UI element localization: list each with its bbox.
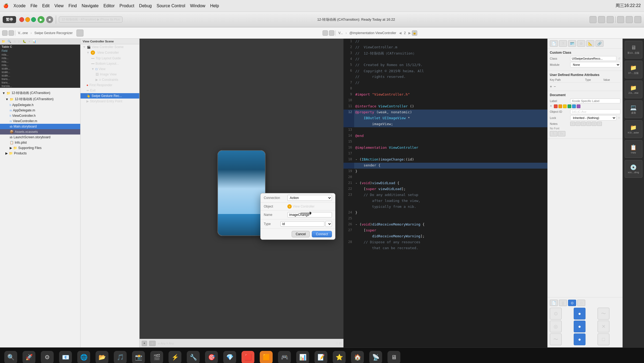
dock-xcode[interactable]: ⚡: [169, 351, 181, 363]
nav-icon-report[interactable]: 📊: [32, 40, 36, 43]
font-size-up[interactable]: T+: [558, 131, 565, 136]
nav-icon-break[interactable]: ●: [28, 40, 30, 43]
align-right-icon[interactable]: ≡: [581, 122, 586, 126]
dock-finder[interactable]: 🔍: [4, 351, 17, 363]
finder-item-4[interactable]: 💻 桌面: [625, 100, 642, 118]
add-object-btn[interactable]: +: [142, 341, 147, 346]
nav-fwd-btn[interactable]: ▶: [9, 30, 14, 36]
connection-dialog[interactable]: Connection Action Outlet Outlet Collecti…: [260, 193, 335, 240]
dock-gem[interactable]: 💎: [223, 351, 236, 363]
nav-icon-warn[interactable]: ⚠: [13, 40, 16, 43]
dock-instruments[interactable]: 🔧: [187, 351, 200, 363]
type-input[interactable]: [280, 221, 324, 227]
nav-viewcontroller-h[interactable]: h ViewController.h: [0, 113, 80, 118]
inspector-tab-quick[interactable]: ?: [559, 40, 567, 47]
color-green[interactable]: [568, 104, 571, 108]
inspector-tab-size[interactable]: 📐: [586, 40, 594, 47]
nav-project-root[interactable]: ▼ 📁 12-转场动画 (CATransition): [0, 90, 80, 96]
dock-star[interactable]: ⭐: [333, 351, 346, 363]
dock-settings[interactable]: ⚙: [41, 351, 54, 363]
run-button[interactable]: ▶: [38, 16, 45, 23]
scene-bottom-layout[interactable]: — Bottom Layout...: [80, 61, 139, 66]
name-input[interactable]: [287, 212, 332, 217]
menu-editor[interactable]: Editor: [103, 3, 115, 8]
editor-standard-btn[interactable]: ⊞: [590, 16, 597, 23]
dock-safari[interactable]: 🌐: [77, 351, 90, 363]
dock-monitor[interactable]: 🖥: [387, 351, 400, 363]
dock-photos[interactable]: 📸: [132, 351, 145, 363]
color-blue[interactable]: [572, 104, 576, 108]
rotate-item3[interactable]: rota...: [0, 60, 80, 63]
breadcrumb-v[interactable]: V...one: [16, 31, 30, 35]
list-icon[interactable]: •: [597, 122, 602, 126]
type-select[interactable]: ▼: [325, 221, 332, 227]
align-center-icon[interactable]: ≡: [576, 122, 580, 126]
dock-mail[interactable]: 📧: [59, 351, 72, 363]
insp-grid-bezier[interactable]: 〜: [598, 308, 609, 320]
apple-menu[interactable]: 🍎: [3, 3, 9, 8]
scene-storyboard-entry[interactable]: ▶ Storyboard Entry Point: [80, 99, 139, 104]
menu-view[interactable]: View: [54, 3, 64, 8]
nav-icon-debug[interactable]: 🐛: [23, 40, 26, 43]
rotate-item2[interactable]: rota...: [0, 56, 80, 60]
menu-edit[interactable]: Edit: [42, 3, 50, 8]
menu-source-control[interactable]: Source Control: [157, 3, 185, 8]
nav-launchscreen[interactable]: sb LaunchScreen.storyboard: [0, 135, 80, 140]
inspector-toggle[interactable]: ◨: [634, 16, 641, 23]
insp-bottom-rect[interactable]: □: [577, 300, 585, 306]
label-input[interactable]: [570, 99, 620, 103]
nav-back-btn2[interactable]: ◀: [323, 30, 328, 36]
nav-main-storyboard[interactable]: sb Main.storyboard: [0, 124, 80, 129]
module-select[interactable]: None: [570, 62, 620, 67]
finder-item-7[interactable]: 💿 xco....dmg: [625, 160, 642, 178]
close-window-btn[interactable]: [19, 17, 24, 22]
inspector-tab-connect[interactable]: 🔗: [595, 40, 603, 47]
dock-notes[interactable]: 📝: [314, 351, 327, 363]
insp-grid-compass[interactable]: ⊙: [550, 308, 562, 320]
dock-sketch[interactable]: 🎯: [205, 351, 218, 363]
color-purple[interactable]: [577, 104, 580, 108]
menu-debug[interactable]: Debug: [139, 3, 152, 8]
insp-grid-circle-active[interactable]: ●: [574, 308, 586, 320]
inspector-tab-file[interactable]: 📄: [550, 40, 558, 47]
trans-item2[interactable]: trans...: [0, 81, 80, 84]
breadcrumb-num[interactable]: 2: [402, 31, 408, 35]
add-attribute-btn[interactable]: +: [550, 84, 552, 89]
insp-grid-circle3[interactable]: ●: [574, 333, 586, 345]
insp-grid-square[interactable]: □: [598, 333, 609, 345]
dock-orange[interactable]: 🟧: [260, 351, 273, 363]
color-orange[interactable]: [558, 104, 562, 108]
nav-icon-folder[interactable]: 📁: [2, 40, 5, 43]
nav-group-main[interactable]: ▼ 📁 12-转场动画 (CATransition): [0, 96, 80, 102]
dock-imovie[interactable]: 🎬: [150, 351, 163, 363]
editor-assistant-btn[interactable]: ⊟: [598, 16, 605, 23]
align-justify-icon[interactable]: ≡: [586, 122, 591, 126]
finder-item-3[interactable]: 📁 ZJL...etai: [625, 81, 642, 98]
lock-select[interactable]: Inherited - (Nothing): [570, 115, 616, 121]
dock-antenna[interactable]: 📡: [369, 351, 382, 363]
canvas-toggle[interactable]: ⊞: [76, 30, 83, 37]
inspector-tab-attr[interactable]: ⚙: [577, 40, 585, 47]
scale-item3[interactable]: scale...: [0, 74, 80, 77]
menu-file[interactable]: File: [30, 3, 37, 8]
transla-item1[interactable]: transla...: [0, 84, 80, 88]
minimize-btn[interactable]: [25, 17, 30, 22]
scene-view-controller-scene[interactable]: ▼ 🎬 View Controller Scene: [80, 44, 139, 50]
refresh-icon[interactable]: ↺: [618, 57, 620, 60]
dock-files[interactable]: 📂: [96, 351, 108, 363]
maximize-btn[interactable]: [31, 17, 36, 22]
menu-find[interactable]: Find: [68, 3, 77, 8]
finder-item-5[interactable]: 📁 KSI...aster: [625, 120, 642, 138]
inspector-tab-identity[interactable]: 🪪: [568, 40, 576, 47]
scene-swipe-gesture[interactable]: 👆 Swipe Gesture Rec...: [80, 93, 139, 99]
font-size-down[interactable]: T-: [550, 131, 557, 136]
nav-viewcontroller-m[interactable]: m ViewController.m: [0, 118, 80, 124]
insp-bottom-circle[interactable]: ⊙: [568, 300, 576, 306]
nav-assets[interactable]: 📦 Assets.xcassets: [0, 129, 80, 135]
dock-launchpad[interactable]: 🚀: [23, 351, 35, 363]
rotate-item4[interactable]: rota...: [0, 63, 80, 67]
dock-red[interactable]: 🟥: [241, 351, 254, 363]
debug-toggle[interactable]: ◫: [626, 16, 633, 23]
canvas-fit-btn[interactable]: ⊡: [339, 342, 341, 345]
nav-appdelegate-m[interactable]: m AppDelegate.m: [0, 108, 80, 113]
